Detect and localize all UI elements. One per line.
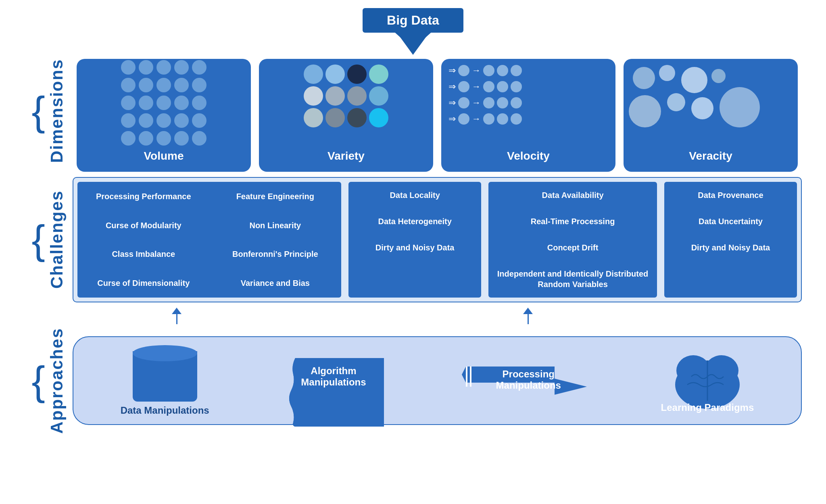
data-manipulations-label: Data Manipulations — [121, 405, 209, 416]
velocity-vis: ⇒ → ⇒ → — [444, 63, 612, 127]
dot — [156, 60, 171, 75]
vdot — [369, 65, 388, 84]
challenges-veracity: Data Provenance Data Uncertainty Dirty a… — [664, 182, 797, 298]
approach-processing-manipulations: Processing Manipulations — [458, 348, 587, 413]
vdot — [325, 65, 345, 84]
dot — [174, 131, 189, 146]
dot — [174, 60, 189, 75]
approaches-bracket: { — [32, 364, 45, 397]
algorithm-manipulations-label: Algorithm Manipulations — [293, 365, 374, 388]
chal-realtime-processing: Real-Time Processing — [489, 209, 656, 234]
vdot — [347, 65, 367, 84]
dimension-veracity: Veracity — [624, 59, 798, 172]
velocity-row: ⇒ → — [448, 113, 608, 125]
up-arrow-velocity — [523, 308, 533, 324]
dot — [192, 96, 206, 110]
chal-feature-engineering: Feature Engineering — [210, 183, 341, 210]
learning-paradigms-shape — [671, 348, 744, 411]
dot — [139, 78, 153, 92]
dimensions-content: Volume — [73, 59, 802, 172]
chal-processing-performance: Processing Performance — [78, 183, 209, 210]
big-data-label: Big Data — [363, 8, 463, 33]
dot — [121, 131, 136, 146]
chal-curse-modularity: Curse of Modularity — [78, 212, 209, 240]
chal-data-heterogeneity: Data Heterogeneity — [349, 209, 480, 234]
dot — [139, 60, 153, 75]
volume-title: Volume — [144, 150, 184, 162]
velocity-row: ⇒ → — [448, 81, 608, 92]
vdot — [347, 86, 367, 106]
dot — [121, 78, 136, 92]
chal-data-availability: Data Availability — [489, 183, 656, 208]
dot — [121, 113, 136, 128]
learning-paradigms-label: Learning Paradigms — [661, 402, 754, 413]
vdot — [369, 108, 388, 127]
chal-variance-bias: Variance and Bias — [210, 269, 341, 297]
velocity-row: ⇒ → — [448, 65, 608, 76]
vdot — [325, 86, 345, 106]
big-data-arrow: Big Data — [363, 8, 463, 55]
dot — [121, 60, 136, 75]
approaches-label: Approaches — [47, 328, 67, 434]
chal-iid: Independent and Identically Distributed … — [489, 261, 656, 297]
dot — [156, 78, 171, 92]
veracity-title: Veracity — [689, 150, 732, 162]
approach-algorithm-manipulations: Algorithm Manipulations — [283, 358, 384, 403]
approaches-label-area: { Approaches — [24, 328, 69, 434]
dot — [174, 113, 189, 128]
velocity-title: Velocity — [507, 150, 550, 162]
up-arrows-row — [69, 308, 802, 326]
veracity-vis — [627, 63, 795, 131]
dot — [174, 96, 189, 110]
chal-class-imbalance: Class Imbalance — [78, 240, 209, 268]
dot — [139, 113, 153, 128]
challenges-volume: Processing Performance Feature Engineeri… — [77, 182, 341, 298]
processing-manipulations-label: Processing Manipulations — [480, 369, 577, 391]
vdot — [325, 108, 345, 127]
chal-dirty-noisy-variety: Dirty and Noisy Data — [349, 235, 480, 260]
challenges-label-area: { Challenges — [24, 177, 69, 302]
vdot — [304, 65, 323, 84]
challenges-variety: Data Locality Data Heterogeneity Dirty a… — [348, 182, 481, 298]
challenges-row: { Challenges Processing Performance Feat… — [24, 177, 802, 302]
chal-bonferonni: Bonferonni's Principle — [210, 240, 341, 268]
dot — [156, 131, 171, 146]
dimensions-bracket: { — [32, 95, 45, 127]
chal-concept-drift: Concept Drift — [489, 235, 656, 260]
approaches-row: { Approaches Data Manipulations — [24, 328, 802, 434]
svg-point-5 — [705, 355, 738, 386]
dot — [174, 78, 189, 92]
dot — [192, 113, 206, 128]
chal-data-locality: Data Locality — [349, 183, 480, 208]
vdot — [347, 108, 367, 127]
chal-data-uncertainty: Data Uncertainty — [665, 209, 796, 234]
dimension-variety: Variety — [259, 59, 433, 172]
dot — [121, 96, 136, 110]
main-container: Big Data { Dimensions — [0, 0, 826, 504]
volume-dots — [117, 59, 211, 150]
dot — [156, 113, 171, 128]
dot — [139, 131, 153, 146]
up-arrow-volume — [172, 308, 181, 324]
dimension-velocity: ⇒ → ⇒ → — [441, 59, 615, 172]
vdot — [369, 86, 388, 106]
vdot — [304, 86, 323, 106]
dot — [139, 96, 153, 110]
challenges-bracket: { — [32, 223, 45, 256]
velocity-row: ⇒ → — [448, 97, 608, 108]
approaches-content: Data Manipulations Algorithm Manipulatio… — [73, 336, 802, 425]
dot — [156, 96, 171, 110]
dot — [192, 60, 206, 75]
challenges-label: Challenges — [47, 190, 67, 289]
chal-curse-dimensionality: Curse of Dimensionality — [78, 269, 209, 297]
chal-data-provenance: Data Provenance — [665, 183, 796, 208]
chal-dirty-noisy-veracity: Dirty and Noisy Data — [665, 235, 796, 260]
dot — [192, 131, 206, 146]
variety-title: Variety — [327, 150, 365, 162]
challenges-content: Processing Performance Feature Engineeri… — [73, 177, 802, 302]
dot — [192, 78, 206, 92]
dimension-volume: Volume — [77, 59, 251, 172]
full-layout: { Dimensions — [24, 59, 802, 434]
dimensions-row: { Dimensions — [24, 59, 802, 172]
vdot — [304, 108, 323, 127]
